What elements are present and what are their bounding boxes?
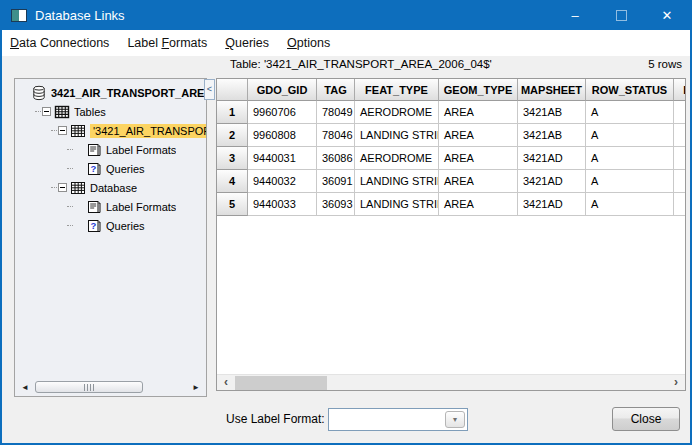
menu-options[interactable]: Options (278, 30, 339, 56)
row-count-label: 5 rows (648, 58, 682, 70)
tree-item[interactable]: Label Formats (15, 140, 206, 159)
combo-dropdown-button[interactable]: ▾ (445, 411, 465, 428)
tree-item[interactable]: 3421_AIR_TRANSPORT_AREA (15, 83, 206, 102)
table-cell[interactable] (674, 170, 685, 193)
table-cell[interactable] (674, 147, 685, 170)
table-cell[interactable]: AREA (439, 147, 518, 170)
label-format-input[interactable] (329, 409, 443, 430)
column-header[interactable]: MAPSHEET (518, 79, 586, 101)
row-number-header[interactable]: 3 (217, 147, 248, 170)
connection-tree: 3421_AIR_TRANSPORT_AREA Tables '3421_AIR… (15, 79, 206, 379)
label-formats-icon (86, 199, 102, 215)
tables-icon (54, 104, 70, 120)
table-cell[interactable]: 78049 (317, 101, 355, 124)
table-cell[interactable]: 36091 (317, 170, 355, 193)
scroll-left-arrow-icon[interactable]: ◄ (17, 379, 33, 396)
scroll-right-arrow-icon[interactable]: ► (188, 379, 204, 396)
table-cell[interactable]: A (586, 193, 674, 216)
chevron-down-icon: ▾ (453, 415, 457, 424)
column-header[interactable]: GDO_GID (248, 79, 317, 101)
table-cell[interactable] (674, 101, 685, 124)
table-cell[interactable]: 78046 (317, 124, 355, 147)
tree-horizontal-scrollbar[interactable]: ◄ ► (15, 379, 206, 396)
data-grid: GDO_GIDTAGFEAT_TYPEGEOM_TYPEMAPSHEETROW_… (217, 79, 685, 374)
table-cell[interactable]: 3421AD (518, 170, 586, 193)
tree-expander-icon[interactable] (58, 183, 67, 192)
column-header[interactable]: GEOM_TYPE (439, 79, 518, 101)
table-cell[interactable]: 9440033 (248, 193, 317, 216)
grid-horizontal-scrollbar[interactable]: ‹ › (217, 374, 685, 390)
menu-label-formats[interactable]: Label Formats (118, 30, 216, 56)
table-cell[interactable]: 3421AD (518, 147, 586, 170)
table-cell[interactable]: AREA (439, 101, 518, 124)
table-cell[interactable]: AREA (439, 124, 518, 147)
tree-connector (35, 111, 41, 112)
table-cell[interactable]: 9960706 (248, 101, 317, 124)
tree-item[interactable]: ? Queries (15, 216, 206, 235)
label-format-combobox[interactable]: ▾ (328, 408, 468, 431)
corner-cell[interactable] (217, 79, 248, 101)
row-number-header[interactable]: 4 (217, 170, 248, 193)
tree-item-label: 3421_AIR_TRANSPORT_AREA (51, 87, 206, 99)
table-cell[interactable]: AREA (439, 193, 518, 216)
tree-expander-icon[interactable] (42, 107, 51, 116)
tree-item[interactable]: Tables (15, 102, 206, 121)
table-cell[interactable]: 3421AB (518, 101, 586, 124)
table-cell[interactable]: 36086 (317, 147, 355, 170)
menubar: Data Connections Label Formats Queries O… (2, 30, 690, 56)
close-window-button[interactable]: ✕ (644, 0, 690, 30)
row-number-header[interactable]: 2 (217, 124, 248, 147)
close-button[interactable]: Close (612, 407, 680, 431)
column-header[interactable]: ROW_STATUS (586, 79, 674, 101)
tree-item[interactable]: ? Queries (15, 159, 206, 178)
table-cell[interactable]: A (586, 124, 674, 147)
table-cell[interactable]: A (586, 147, 674, 170)
tree-connector (67, 225, 73, 226)
tree-connector (67, 149, 73, 150)
column-header[interactable]: L (674, 79, 685, 101)
tree-scrollbar-thumb[interactable] (35, 381, 143, 393)
tree-item-label: Label Formats (106, 144, 176, 156)
close-icon: ✕ (662, 8, 673, 23)
tree-item-label: '3421_AIR_TRANSPORT_A (90, 124, 206, 138)
minimize-icon: – (571, 8, 578, 23)
table-cell[interactable]: 9440032 (248, 170, 317, 193)
scroll-right-chevron-icon[interactable]: › (668, 375, 684, 390)
queries-icon: ? (86, 161, 102, 177)
scroll-left-chevron-icon[interactable]: ‹ (218, 375, 234, 390)
row-number-header[interactable]: 5 (217, 193, 248, 216)
table-cell[interactable]: LANDING STRIP (355, 170, 439, 193)
table-cell[interactable]: 36093 (317, 193, 355, 216)
table-cell[interactable]: A (586, 101, 674, 124)
tree-expander-icon[interactable] (58, 126, 67, 135)
tree-item[interactable]: '3421_AIR_TRANSPORT_A (15, 121, 206, 140)
row-number-header[interactable]: 1 (217, 101, 248, 124)
column-header[interactable]: FEAT_TYPE (355, 79, 439, 101)
minimize-button[interactable]: – (552, 0, 598, 30)
grid-scrollbar-thumb[interactable] (235, 376, 327, 390)
column-header[interactable]: TAG (317, 79, 355, 101)
table-cell[interactable]: LANDING STRIP (355, 124, 439, 147)
table-cell[interactable]: AREA (439, 170, 518, 193)
database-icon (31, 85, 47, 101)
maximize-icon (616, 10, 627, 21)
table-cell[interactable]: 9440031 (248, 147, 317, 170)
use-label-format-label: Use Label Format: (226, 412, 325, 426)
menu-queries[interactable]: Queries (216, 30, 278, 56)
tree-item-label: Tables (74, 106, 106, 118)
table-cell[interactable]: AERODROME (355, 101, 439, 124)
maximize-button[interactable] (598, 0, 644, 30)
tree-item[interactable]: Database (15, 178, 206, 197)
table-cell[interactable]: 3421AD (518, 193, 586, 216)
tree-connector (51, 187, 57, 188)
collapse-tree-button[interactable]: < (204, 79, 215, 100)
table-cell[interactable]: 9960808 (248, 124, 317, 147)
table-cell[interactable]: AERODROME (355, 147, 439, 170)
table-cell[interactable]: A (586, 170, 674, 193)
table-cell[interactable]: 3421AB (518, 124, 586, 147)
tree-item[interactable]: Label Formats (15, 197, 206, 216)
table-cell[interactable] (674, 193, 685, 216)
table-cell[interactable]: LANDING STRIP (355, 193, 439, 216)
menu-data-connections[interactable]: Data Connections (2, 30, 118, 56)
table-cell[interactable] (674, 124, 685, 147)
